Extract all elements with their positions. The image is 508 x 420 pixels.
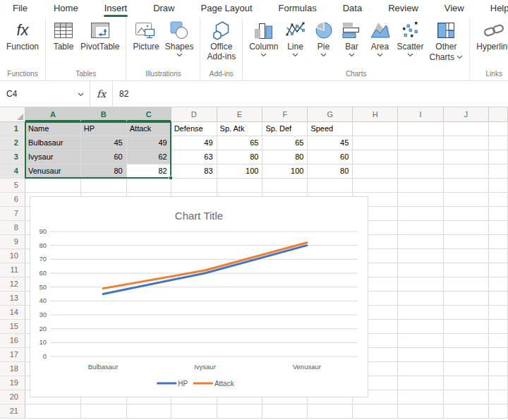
cell-J9[interactable]: [444, 235, 489, 249]
column-header-E[interactable]: E: [217, 107, 263, 122]
chevron-down-icon[interactable]: [292, 52, 298, 58]
cell-J4[interactable]: [444, 164, 489, 179]
cell-A2[interactable]: Bulbasaur: [25, 136, 81, 150]
hyperlink-button[interactable]: Hyperlink: [473, 18, 508, 52]
cell-A4[interactable]: Venusaur: [25, 164, 81, 179]
line-button[interactable]: Line: [282, 18, 310, 58]
cell-I17[interactable]: [398, 348, 444, 362]
cell-J17[interactable]: [444, 348, 489, 362]
cell-J19[interactable]: [444, 376, 489, 390]
cell-I1[interactable]: [398, 122, 444, 136]
select-all-corner[interactable]: [0, 107, 25, 122]
cell-G5[interactable]: [308, 179, 353, 193]
row-header-6[interactable]: 6: [0, 193, 25, 207]
cell-G4[interactable]: 80: [308, 164, 353, 179]
cell-G3[interactable]: 60: [308, 150, 353, 164]
row-header-18[interactable]: 18: [0, 362, 25, 376]
cell-I2[interactable]: [398, 136, 444, 150]
cell-E3[interactable]: 80: [217, 150, 263, 164]
cell-K12[interactable]: [489, 277, 508, 292]
row-header-7[interactable]: 7: [0, 207, 25, 221]
cell-I20[interactable]: [398, 390, 444, 404]
picture-button[interactable]: Picture: [130, 18, 162, 52]
cell-E1[interactable]: Sp. Atk: [217, 122, 263, 136]
cell-E21[interactable]: [217, 404, 263, 419]
cell-B5[interactable]: [81, 179, 127, 193]
row-header-1[interactable]: 1: [0, 122, 25, 136]
cell-K1[interactable]: [489, 122, 508, 136]
office-add-ins-button[interactable]: OfficeAdd-ins: [204, 18, 238, 61]
cell-I9[interactable]: [398, 235, 444, 249]
cell-K7[interactable]: [489, 207, 508, 221]
cell-I18[interactable]: [398, 362, 444, 376]
cell-I13[interactable]: [398, 292, 444, 306]
cell-D4[interactable]: 83: [171, 164, 217, 179]
cell-B4[interactable]: 80: [81, 164, 127, 179]
cell-J7[interactable]: [444, 207, 489, 221]
other-charts-button[interactable]: OtherCharts: [427, 18, 466, 62]
tab-view[interactable]: View: [445, 0, 464, 18]
cell-C2[interactable]: 49: [127, 136, 171, 150]
cell-J13[interactable]: [444, 292, 489, 306]
tab-page-layout[interactable]: Page Layout: [201, 0, 253, 18]
cell-K21[interactable]: [489, 404, 508, 419]
cell-I8[interactable]: [398, 221, 444, 235]
cell-D2[interactable]: 49: [171, 136, 217, 150]
cell-K19[interactable]: [489, 376, 508, 390]
cell-K8[interactable]: [489, 221, 508, 235]
chevron-down-icon[interactable]: [320, 52, 327, 58]
cell-K10[interactable]: [489, 249, 508, 263]
cell-J16[interactable]: [444, 334, 489, 348]
formula-input[interactable]: 82: [113, 81, 508, 107]
chevron-down-icon[interactable]: [407, 52, 413, 58]
cell-J20[interactable]: [444, 390, 489, 404]
tab-insert[interactable]: Insert: [104, 0, 128, 18]
cell-K17[interactable]: [489, 348, 508, 362]
cell-J5[interactable]: [444, 179, 489, 193]
cell-E5[interactable]: [217, 179, 263, 193]
chevron-down-icon[interactable]: [260, 52, 267, 58]
fx-icon[interactable]: fx: [90, 81, 113, 107]
tab-help[interactable]: Help: [490, 0, 508, 18]
cell-B2[interactable]: 45: [81, 136, 127, 150]
cell-I15[interactable]: [398, 320, 444, 334]
chevron-down-icon[interactable]: [78, 89, 84, 99]
row-header-5[interactable]: 5: [0, 179, 25, 193]
column-header-A[interactable]: A: [25, 107, 81, 122]
cell-D1[interactable]: Defense: [171, 122, 217, 136]
function-button[interactable]: fxFunction: [4, 18, 42, 52]
cell-B21[interactable]: [81, 404, 127, 419]
column-header-B[interactable]: B: [81, 107, 127, 122]
cell-C5[interactable]: [127, 179, 171, 193]
column-header-H[interactable]: H: [353, 107, 398, 122]
area-button[interactable]: Area: [366, 18, 394, 58]
chevron-down-icon[interactable]: [377, 52, 383, 58]
cell-I14[interactable]: [398, 306, 444, 320]
cell-C3[interactable]: 62: [127, 150, 171, 164]
table-button[interactable]: Table: [49, 18, 78, 52]
column-header-C[interactable]: C: [127, 107, 171, 122]
cell-H4[interactable]: [353, 164, 398, 179]
cell-C1[interactable]: Attack: [127, 122, 171, 136]
cell-K6[interactable]: [489, 193, 508, 207]
cell-J21[interactable]: [444, 404, 489, 419]
cell-K9[interactable]: [489, 235, 508, 249]
cell-H3[interactable]: [353, 150, 398, 164]
cell-K5[interactable]: [489, 179, 508, 193]
bar-button[interactable]: Bar: [338, 18, 366, 58]
cell-D5[interactable]: [171, 179, 217, 193]
cell-I12[interactable]: [398, 277, 444, 292]
row-header-4[interactable]: 4: [0, 164, 25, 179]
cell-I6[interactable]: [398, 193, 444, 207]
tab-draw[interactable]: Draw: [153, 0, 174, 18]
cell-E4[interactable]: 100: [217, 164, 263, 179]
cell-J3[interactable]: [444, 150, 489, 164]
cell-J15[interactable]: [444, 320, 489, 334]
cell-I21[interactable]: [398, 404, 444, 419]
cell-B1[interactable]: HP: [81, 122, 127, 136]
cell-G1[interactable]: Speed: [308, 122, 353, 136]
cell-K13[interactable]: [489, 292, 508, 306]
cell-J8[interactable]: [444, 221, 489, 235]
shapes-button[interactable]: Shapes: [162, 18, 197, 58]
column-header-D[interactable]: D: [171, 107, 217, 122]
